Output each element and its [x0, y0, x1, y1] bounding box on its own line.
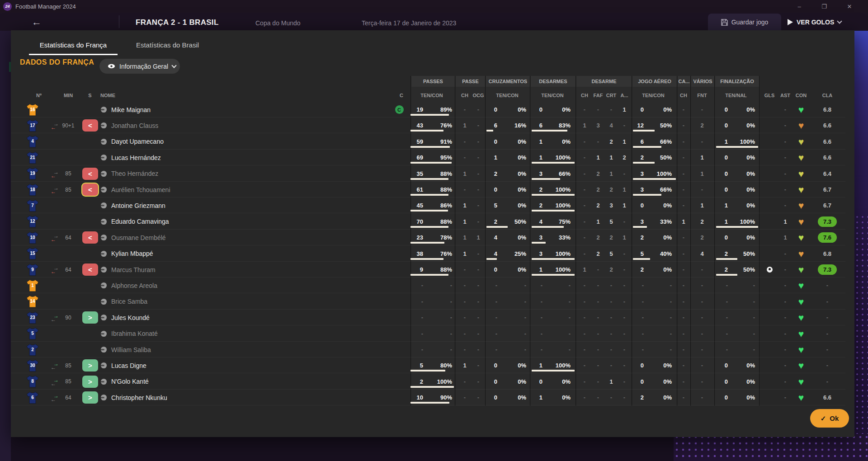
table-row-aur-lien-tchouameni[interactable]: 18→←85< Aurélien Tchouameni6188%00%2100%…: [11, 182, 845, 198]
column-header-min[interactable]: MIN: [57, 90, 80, 100]
subbed-off-indicator: <: [82, 168, 98, 180]
rating-value: -: [826, 330, 828, 337]
table-row-christopher-nkunku[interactable]: 6→←64> Christopher Nkunku1090%00%10%20%0…: [11, 390, 845, 405]
stat-ast: -: [778, 134, 793, 150]
table-row-theo-hern-ndez[interactable]: 19→←85< Theo Hernández3588%20%366%3100%0…: [11, 166, 845, 182]
stat-desarme-ch: -: [577, 374, 592, 390]
column-header-num[interactable]: Nº: [27, 90, 51, 100]
rating-cell: -: [816, 278, 839, 293]
minimize-button[interactable]: –: [790, 0, 808, 13]
stat-desarmes-bar: [532, 258, 575, 260]
table-row-antoine-griezmann[interactable]: 7 Antoine Griezmann4586%50%2100%00%10%1-…: [11, 198, 845, 213]
ok-button[interactable]: ✓ Ok: [810, 409, 849, 428]
maximize-button[interactable]: ❐: [815, 0, 833, 13]
column-header-tencon[interactable]: TEN/CON: [638, 90, 669, 100]
stat-fin-bar: [716, 258, 737, 260]
stat-varios-fnt: -: [694, 310, 710, 325]
table-row-william-saliba[interactable]: 2 William Saliba-------------------♥-: [11, 342, 845, 358]
stat-fin-ten: 0: [710, 390, 728, 405]
stat-desarmes-con: -: [544, 294, 571, 310]
column-header-a[interactable]: A...: [609, 90, 640, 100]
stat-desarmes-bar: [532, 178, 560, 180]
stat-cruz-con: 0%: [500, 134, 526, 150]
column-header-tennal[interactable]: TEN/NAL: [721, 90, 751, 100]
stat-desarme-a: 1: [617, 230, 632, 245]
stat-desarme-a: 1: [617, 134, 632, 150]
head-icon-cell: [100, 374, 108, 390]
shirt-number: 8: [26, 374, 40, 390]
close-button[interactable]: ✕: [840, 0, 859, 13]
stat-fin-con: 0%: [729, 118, 755, 133]
view-dropdown[interactable]: Informação Geral: [99, 59, 180, 74]
rating-value: 6.8: [823, 250, 831, 257]
stat-desarme-ch: -: [577, 166, 592, 182]
stat-desarme-ch: -: [577, 102, 592, 118]
column-header-tencon[interactable]: TEN/CON: [537, 90, 568, 100]
stat-passe-ocg: -: [471, 358, 486, 373]
table-row-eduardo-camavinga[interactable]: 12 Eduardo Camavinga7088%250%475%333%110…: [11, 214, 845, 230]
stat-cruz-con: 0%: [500, 182, 526, 198]
stat-passe-ch: -: [457, 294, 472, 310]
stat-ast: -: [778, 198, 793, 213]
shirt-number: 17: [26, 118, 40, 133]
head-icon-cell: [100, 294, 108, 310]
column-header-tencon[interactable]: TEN/CON: [416, 90, 447, 100]
table-row-lucas-digne[interactable]: 30→←85> Lucas Digne580%00%1100%00%00%1--…: [11, 358, 845, 373]
stat-passe-ocg: -: [471, 166, 486, 182]
shirt-number: 14: [26, 294, 40, 310]
player-name: Alphonse Areola: [111, 278, 292, 293]
stat-fin-ten: -: [710, 310, 728, 325]
table-row-ibrahima-konat-[interactable]: 5 Ibrahima Konaté-------------------♥-: [11, 326, 845, 342]
table-row-brice-samba[interactable]: 14 Brice Samba-------------------♥-: [11, 294, 845, 310]
sub-out-arrows-icon: →←: [51, 186, 61, 194]
column-header-tencon[interactable]: TEN/CON: [492, 90, 523, 100]
column-header-ocg[interactable]: OCG: [463, 90, 494, 100]
shirt-number: 7: [26, 198, 40, 213]
stat-varios-fnt: -: [694, 182, 710, 198]
table-row-n-golo-kant-[interactable]: 8→←85> N'Golo Kanté2100%00%00%00%00%----…: [11, 374, 845, 390]
save-game-button[interactable]: Guardar jogo: [708, 14, 781, 31]
table-row-dayot-upamecano[interactable]: 4 Dayot Upamecano5991%00%10%666%1100%---…: [11, 134, 845, 150]
stat-fin-con: -: [729, 310, 755, 325]
screen: 24 Football Manager 2024 – ❐ ✕ ← FRANÇA …: [0, 0, 868, 461]
column-header-captain[interactable]: C: [396, 90, 407, 100]
stat-passe-ch: -: [457, 134, 472, 150]
back-button[interactable]: ←: [32, 16, 42, 28]
outfield-shirt-icon: 9: [26, 263, 39, 276]
tab-estatisticas-franca[interactable]: Estatísticas do França: [29, 41, 118, 55]
column-header-cla[interactable]: CLA: [812, 90, 843, 100]
stat-desarmes-con: -: [544, 278, 571, 293]
table-row-marcus-thuram[interactable]: 9→←64< Marcus Thuram988%00%1100%20%250%-…: [11, 262, 845, 278]
stat-ca-ch: -: [676, 102, 691, 118]
stat-varios-fnt: 2: [694, 230, 710, 245]
player-head-icon: [100, 282, 107, 289]
column-header-fnt[interactable]: FNT: [687, 90, 717, 100]
stat-desarmes-bar: [532, 242, 546, 244]
stat-fin-ten: -: [710, 326, 728, 342]
table-row-jules-kound-[interactable]: 23→←90> Jules Koundé-------------------♥…: [11, 310, 845, 325]
rating-value: 6.4: [823, 170, 831, 177]
stat-desarme-a: 1: [617, 198, 632, 213]
sub-minute: 90: [60, 310, 77, 325]
table-row-ousmane-demb-l-[interactable]: 10→←64< Ousmane Dembélé2378%40%333%20%00…: [11, 230, 845, 245]
shirt-number: 23: [26, 310, 40, 325]
stat-cruz-con: 0%: [500, 102, 526, 118]
column-header-name[interactable]: NOME: [100, 90, 191, 100]
table-row-kylian-mbapp-[interactable]: 15 Kylian Mbappé3876%425%3100%540%250%1-…: [11, 246, 845, 262]
condition-cell: ♥: [793, 374, 809, 390]
condition-heart-icon: ♥: [798, 281, 804, 290]
tab-estatisticas-brasil[interactable]: Estatísticas do Brasil: [129, 41, 206, 55]
background-right-pattern: [854, 13, 868, 461]
player-name: Lucas Hernández: [111, 150, 292, 165]
table-row-lucas-hern-ndez[interactable]: 21 Lucas Hernández6995%10%1100%250%00%--…: [11, 150, 845, 165]
table-row-jonathan-clauss[interactable]: 17→←90+1< Jonathan Clauss4376%616%683%12…: [11, 118, 845, 133]
table-row-alphonse-areola[interactable]: 1 Alphonse Areola-------------------♥-: [11, 278, 845, 293]
subbed-off-indicator: <: [82, 263, 98, 276]
stat-varios-fnt: -: [694, 278, 710, 293]
column-header-s[interactable]: S: [80, 90, 100, 100]
view-goals-button[interactable]: VER GOLOS: [788, 14, 859, 31]
player-name: William Saliba: [111, 342, 292, 358]
rating-value: 6.6: [823, 154, 831, 161]
player-head-icon: [100, 346, 107, 353]
table-row-mike-maignan[interactable]: 16 Mike MaignanC1989%00%00%00%00%-----1-…: [11, 102, 845, 118]
